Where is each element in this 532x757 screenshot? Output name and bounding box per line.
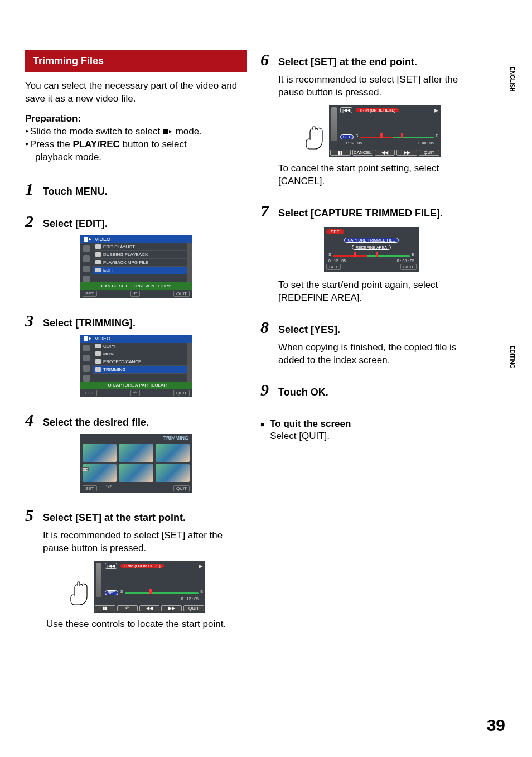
side-icon [83,245,90,252]
menu-side-icons [80,343,93,382]
item-icon [95,351,101,356]
step-7-note: To set the start/end point again, select… [278,279,482,305]
cancel-button[interactable]: CANCEL [352,150,373,156]
forward-button[interactable]: ▶▶ [396,150,417,156]
item-icon [95,344,101,348]
trim-start-screenshot: |◀◀ TRIM (FROM HERE) ▶ SET S [67,561,205,613]
separator [260,411,482,411]
timeline: S E [328,253,414,259]
redefine-area-option[interactable]: REDEFINE AREA [352,245,391,250]
item-label: DUBBING PLAYBACK [103,252,148,257]
trim-sidebar [331,107,337,141]
pause-button[interactable]: ▮▮ [330,150,351,156]
back-button[interactable]: ↶ [130,291,140,297]
menu-item-selected[interactable]: EDIT [93,267,187,274]
video-mode-icon [163,128,173,135]
timeline[interactable]: S E [356,134,438,140]
timeline[interactable]: S E [120,590,203,596]
step-6-body: It is recommended to select [SET] after … [278,74,482,99]
set-button[interactable]: SET [83,291,97,297]
back-button[interactable]: ↶ [117,605,138,611]
step-6-num: 6 [260,50,273,69]
time-right: 0 : 08 : 05 [397,259,414,263]
menu-scrollbar[interactable] [187,243,192,282]
back-button[interactable]: ↶ [130,390,140,396]
rewind-button[interactable]: ◀◀ [375,150,395,156]
video-icon [84,237,91,242]
trimming-label: TRIMMING [163,435,189,441]
item-label: EDIT [103,268,113,273]
set-button[interactable]: SET [326,264,341,270]
thumbnail[interactable] [119,444,153,462]
menu-footer: SET ↶ QUIT [80,389,192,397]
step-6-note: To cancel the start point setting, selec… [278,162,482,188]
start-marker: S [356,134,359,138]
side-icon [83,375,90,382]
step-2-num: 2 [25,212,37,231]
thumbnail[interactable] [156,464,190,482]
quit-button[interactable]: QUIT [183,605,204,611]
quit-button[interactable]: QUIT [173,291,190,297]
trim-from-here-label[interactable]: TRIM (FROM HERE) [120,564,164,568]
item-icon [95,268,101,272]
menu-title-bar: VIDEO [80,335,192,343]
thumbnail[interactable] [83,444,117,462]
step-5-note: Use these controls to locate the start p… [25,618,247,630]
quit-button[interactable]: QUIT [400,264,417,270]
menu-item-selected[interactable]: TRIMMING [93,366,187,374]
trimming-menu-screenshot: VIDEO COPY MOVE PROTECT/CANCEL [80,335,192,397]
time-right: 0 : 08 : 05 [417,141,434,145]
step-9: 9 Touch OK. [260,380,482,399]
thumbnail[interactable] [119,464,153,482]
quit-block: ■ To quit the screen Select [QUIT]. [260,418,482,443]
transport-controls: ▮▮ CANCEL ◀◀ ▶▶ QUIT [329,148,441,157]
step-9-title: Touch OK. [278,387,328,398]
forward-button[interactable]: ▶▶ [161,605,182,611]
side-label-english: ENGLISH [509,67,515,91]
transport-controls: ▮▮ ↶ ◀◀ ▶▶ QUIT [94,604,205,613]
step-1: 1 Touch MENU. [25,180,247,199]
trim-sidebar [96,563,101,597]
set-button[interactable]: SET [340,134,354,139]
step-4-title: Select the desired file. [43,417,149,428]
trim-until-here-label[interactable]: TRIM (UNTIL HERE) [356,108,399,112]
set-button[interactable]: SET [83,485,97,491]
video-icon [84,336,91,341]
thumbnail[interactable] [156,444,190,462]
menu-hint: CAN BE SET TO PREVENT COPY [80,282,192,290]
skip-back-button[interactable]: |◀◀ [105,563,117,569]
menu-item[interactable]: COPY [93,343,187,350]
pause-button[interactable]: ▮▮ [95,605,115,611]
step-4-num: 4 [25,411,37,430]
preparation-list: Slide the mode switch to select mode. Pr… [25,126,247,164]
menu-title-text: VIDEO [95,237,110,242]
item-icon [95,260,101,264]
step-8: 8 Select [YES]. When copying is finished… [260,318,482,367]
quit-heading: To quit the screen [270,418,351,429]
quit-button[interactable]: QUIT [173,390,190,396]
item-label: EDIT PLAYLIST [103,244,135,249]
menu-item[interactable]: MOVE [93,350,187,358]
menu-title-bar: VIDEO [80,235,192,243]
item-label: PLAYBACK MPG FILE [103,260,148,265]
item-icon [95,367,101,372]
menu-item[interactable]: PROTECT/CANCEL [93,358,187,366]
menu-item[interactable]: EDIT PLAYLIST [93,243,187,251]
menu-scrollbar[interactable] [187,343,192,382]
set-button[interactable]: SET [83,390,97,396]
play-rec-label: PLAY/REC [72,139,119,150]
set-button[interactable]: SET [105,590,118,595]
skip-back-button[interactable]: |◀◀ [340,107,352,113]
step-8-title: Select [YES]. [278,324,340,336]
step-4: 4 Select the desired file. TRIMMING 1/2 [25,411,247,493]
rewind-button[interactable]: ◀◀ [139,605,160,611]
quit-button[interactable]: QUIT [419,150,439,156]
end-marker: E [200,590,203,594]
menu-list: COPY MOVE PROTECT/CANCEL TRIMMING [93,343,187,382]
capture-trimmed-file-option[interactable]: CAPTURE TRIMMED FILE [344,238,399,243]
menu-item[interactable]: PLAYBACK MPG FILE [93,259,187,267]
menu-item[interactable]: DUBBING PLAYBACK [93,251,187,259]
menu-side-icons [80,243,93,282]
step-5-num: 5 [25,506,37,525]
side-icon [83,276,90,282]
